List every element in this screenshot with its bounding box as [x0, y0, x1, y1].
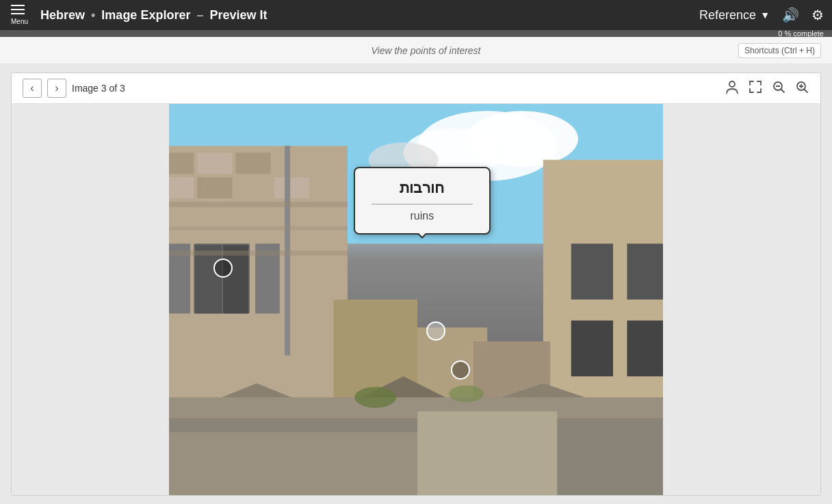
tooltip-english: ruins [372, 210, 473, 222]
svg-rect-14 [169, 153, 194, 174]
progress-label: 0 % complete [778, 29, 824, 38]
image-side-right [663, 104, 820, 495]
next-icon: › [55, 82, 58, 94]
ruins-photo: חורבות ruins [169, 104, 663, 495]
fullscreen-icon [748, 79, 763, 98]
header-right-controls: Reference ▼ 🔊 ⚙ [699, 7, 824, 23]
image-navigation: ‹ › Image 3 of 3 [23, 79, 125, 98]
svg-rect-16 [235, 153, 270, 174]
reference-label: Reference [699, 8, 756, 23]
zoom-in-icon [794, 79, 809, 98]
volume-button[interactable]: 🔊 [782, 7, 799, 23]
menu-label: Menu [11, 18, 28, 25]
tooltip-hebrew: חורבות [372, 179, 473, 197]
fullscreen-button[interactable] [748, 79, 763, 98]
svg-rect-30 [169, 251, 348, 256]
svg-point-45 [449, 386, 484, 403]
svg-rect-15 [197, 153, 232, 174]
svg-point-44 [354, 387, 396, 408]
hotspot-2[interactable] [451, 360, 470, 380]
svg-line-7 [805, 89, 808, 92]
image-side-left [12, 104, 169, 495]
prev-image-button[interactable]: ‹ [23, 79, 42, 98]
image-area: חורבות ruins [12, 104, 820, 495]
image-tools [725, 79, 809, 98]
reference-button[interactable]: Reference ▼ [699, 8, 770, 23]
zoom-in-button[interactable] [794, 79, 809, 98]
subheader: View the points of interest Shortcuts (C… [0, 37, 832, 64]
app-title: Hebrew • Image Explorer – Preview It [40, 8, 699, 23]
svg-rect-33 [627, 243, 663, 300]
svg-rect-35 [627, 321, 663, 377]
progress-bar: 0 % complete [0, 30, 832, 37]
person-tool-button[interactable] [725, 79, 740, 98]
svg-rect-46 [417, 411, 557, 495]
svg-rect-18 [169, 177, 194, 198]
volume-icon: 🔊 [782, 7, 799, 23]
settings-icon: ⚙ [811, 7, 824, 23]
image-center: חורבות ruins [169, 104, 663, 495]
svg-line-3 [781, 89, 785, 92]
svg-rect-28 [169, 202, 348, 207]
tooltip-divider [372, 204, 473, 204]
svg-rect-47 [169, 432, 417, 495]
instruction-text: View the points of interest [114, 45, 738, 56]
hotspot-1[interactable] [213, 258, 233, 278]
main-content: ‹ › Image 3 of 3 [0, 64, 832, 504]
image-card-header: ‹ › Image 3 of 3 [12, 73, 820, 104]
svg-rect-32 [571, 243, 613, 300]
hotspot-3[interactable] [426, 321, 445, 341]
image-card: ‹ › Image 3 of 3 [11, 72, 821, 496]
next-image-button[interactable]: › [47, 79, 66, 98]
image-counter: Image 3 of 3 [72, 83, 125, 94]
svg-point-0 [729, 81, 735, 87]
zoom-out-button[interactable] [771, 79, 786, 98]
zoom-out-icon [771, 79, 786, 98]
prev-icon: ‹ [30, 82, 34, 94]
menu-button[interactable]: Menu [8, 2, 31, 28]
app-header: Menu Hebrew • Image Explorer – Preview I… [0, 0, 832, 30]
shortcuts-button[interactable]: Shortcuts (Ctrl + H) [738, 43, 821, 58]
dropdown-icon: ▼ [760, 10, 770, 21]
person-icon [725, 79, 740, 98]
svg-rect-29 [169, 226, 348, 230]
tooltip-popup: חורבות ruins [354, 167, 491, 235]
svg-rect-20 [235, 177, 270, 198]
svg-rect-34 [571, 321, 613, 377]
settings-button[interactable]: ⚙ [811, 7, 824, 23]
svg-rect-19 [197, 177, 232, 198]
svg-rect-21 [274, 177, 309, 198]
svg-rect-17 [274, 153, 309, 174]
